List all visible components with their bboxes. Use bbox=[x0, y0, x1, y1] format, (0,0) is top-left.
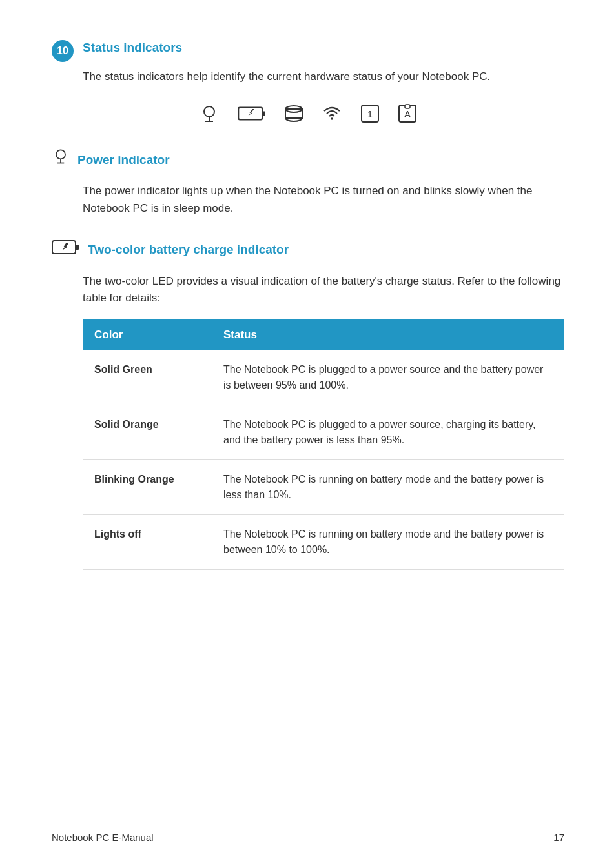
svg-point-15 bbox=[56, 150, 65, 159]
section-badge: 10 bbox=[52, 40, 74, 62]
wifi-status-icon bbox=[322, 103, 342, 124]
battery-indicator-section: Two-color battery charge indicator The t… bbox=[52, 237, 564, 570]
table-row: Solid Orange The Notebook PC is plugged … bbox=[83, 405, 564, 460]
battery-table: Color Status Solid Green The Notebook PC… bbox=[83, 319, 564, 570]
battery-indicator-icon bbox=[52, 237, 80, 263]
svg-point-0 bbox=[204, 106, 214, 117]
power-indicator-header: Power indicator bbox=[52, 147, 564, 172]
svg-point-8 bbox=[298, 117, 300, 119]
svg-rect-19 bbox=[76, 245, 79, 250]
power-status-icon bbox=[199, 103, 220, 124]
battery-indicator-description: The two-color LED provides a visual indi… bbox=[83, 273, 564, 307]
svg-rect-6 bbox=[285, 109, 302, 118]
svg-text:A: A bbox=[404, 108, 411, 119]
power-indicator-section: Power indicator The power indicator ligh… bbox=[52, 147, 564, 217]
table-cell-status: The Notebook PC is running on battery mo… bbox=[212, 515, 564, 570]
capslock-status-icon: A bbox=[398, 104, 417, 123]
svg-rect-14 bbox=[405, 105, 410, 108]
power-indicator-title: Power indicator bbox=[77, 151, 170, 170]
table-cell-color: Blinking Orange bbox=[83, 460, 212, 515]
table-row: Solid Green The Notebook PC is plugged t… bbox=[83, 350, 564, 405]
icons-row: 1 A bbox=[52, 103, 564, 124]
table-cell-color: Solid Green bbox=[83, 350, 212, 405]
table-row: Lights off The Notebook PC is running on… bbox=[83, 515, 564, 570]
table-row: Blinking Orange The Notebook PC is runni… bbox=[83, 460, 564, 515]
power-indicator-description: The power indicator lights up when the N… bbox=[83, 183, 564, 217]
battery-indicator-header: Two-color battery charge indicator bbox=[52, 237, 564, 263]
svg-point-9 bbox=[331, 118, 333, 121]
footer-left: Notebook PC E-Manual bbox=[52, 831, 154, 845]
footer-page-number: 17 bbox=[553, 831, 564, 845]
power-indicator-icon bbox=[52, 147, 70, 172]
table-col-color: Color bbox=[83, 319, 212, 351]
svg-rect-4 bbox=[262, 112, 265, 116]
svg-rect-3 bbox=[238, 108, 262, 120]
table-cell-status: The Notebook PC is plugged to a power so… bbox=[212, 405, 564, 460]
battery-charge-status-icon bbox=[238, 105, 266, 122]
section-title: Status indicators bbox=[83, 39, 182, 57]
table-cell-status: The Notebook PC is running on battery mo… bbox=[212, 460, 564, 515]
section-header: 10 Status indicators bbox=[52, 39, 564, 62]
table-col-status: Status bbox=[212, 319, 564, 351]
svg-text:1: 1 bbox=[367, 108, 373, 119]
battery-indicator-title: Two-color battery charge indicator bbox=[88, 241, 289, 259]
table-cell-color: Lights off bbox=[83, 515, 212, 570]
numlock-status-icon: 1 bbox=[360, 104, 380, 123]
table-header-row: Color Status bbox=[83, 319, 564, 351]
page-footer: Notebook PC E-Manual 17 bbox=[52, 831, 564, 845]
table-cell-status: The Notebook PC is plugged to a power so… bbox=[212, 350, 564, 405]
table-cell-color: Solid Orange bbox=[83, 405, 212, 460]
section-description: The status indicators help identify the … bbox=[83, 68, 564, 85]
drive-status-icon bbox=[284, 104, 303, 123]
